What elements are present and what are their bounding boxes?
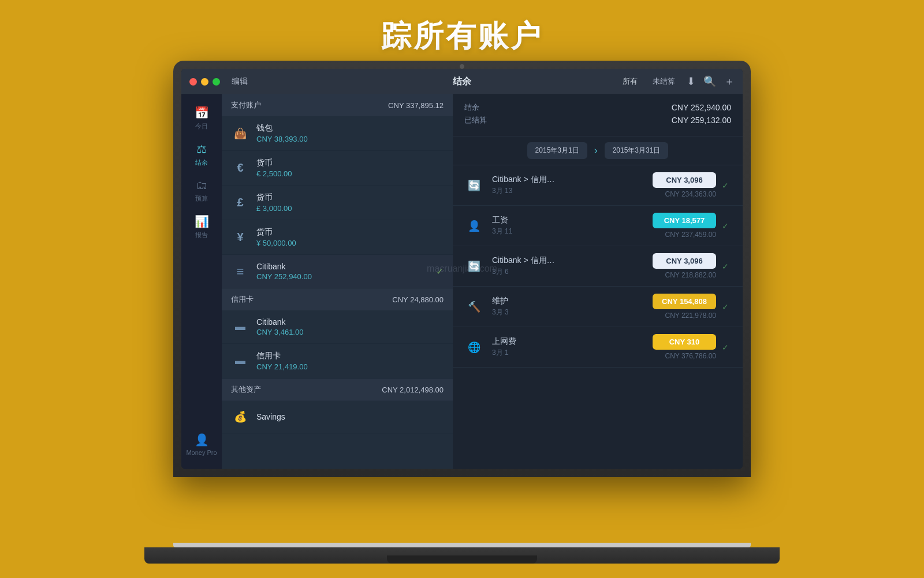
maximize-button[interactable] xyxy=(213,78,220,86)
tx-status-2: ✓ xyxy=(720,261,731,272)
close-button[interactable] xyxy=(189,78,197,86)
balance-row-2: 已结算 CNY 259,132.00 xyxy=(464,115,731,125)
tx-info-1: 工资 3月 11 xyxy=(492,215,653,236)
account-currency-jpy[interactable]: ¥ 货币 ¥ 50,000.00 xyxy=(222,220,453,255)
tx-name-4: 上网费 xyxy=(492,336,653,347)
date-end-button[interactable]: 2015年3月31日 xyxy=(605,142,669,159)
accounts-panel: 支付账户 CNY 337,895.12 👜 钱包 CNY 38,393.00 € xyxy=(222,94,453,469)
laptop-base xyxy=(144,547,780,564)
tx-amount-4[interactable]: CNY 310 xyxy=(653,334,716,350)
account-eur-balance: € 2,500.00 xyxy=(256,169,444,178)
sidebar-item-report[interactable]: 📊 报告 xyxy=(181,209,222,245)
tx-amount-0[interactable]: CNY 3,096 xyxy=(653,172,716,188)
account-savings[interactable]: 💰 Savings xyxy=(222,401,453,433)
wallet-icon: 👜 xyxy=(231,124,249,143)
tx-balance-2: CNY 218,882.00 xyxy=(665,271,716,279)
tx-balance-3: CNY 221,978.00 xyxy=(665,312,716,320)
add-icon[interactable]: ＋ xyxy=(724,75,735,88)
account-gbp-name: 货币 xyxy=(256,192,444,203)
account-jpy-name: 货币 xyxy=(256,227,444,238)
title-right-controls: 所有 未结算 ⬇ 🔍 ＋ xyxy=(619,75,735,88)
sidebar-item-profile[interactable]: 👤 Money Pro xyxy=(181,427,222,462)
account-wallet-info: 钱包 CNY 38,393.00 xyxy=(256,123,444,143)
account-citibank-credit-name: Citibank xyxy=(256,317,444,327)
page-title: 踪所有账户 xyxy=(0,0,924,57)
account-jpy-balance: ¥ 50,000.00 xyxy=(256,239,444,247)
sidebar-item-today[interactable]: 📅 今日 xyxy=(181,100,222,136)
tx-date-0: 3月 13 xyxy=(492,186,653,196)
download-icon[interactable]: ⬇ xyxy=(687,75,695,88)
transfer-icon-0: 🔄 xyxy=(464,176,484,195)
account-credit-card[interactable]: ▬ 信用卡 CNY 21,419.00 xyxy=(222,344,453,379)
account-citibank[interactable]: ≡ Citibank CNY 252,940.00 ✓ xyxy=(222,255,453,288)
transaction-1[interactable]: 👤 工资 3月 11 CNY 18,577 CNY 237,459.00 ✓ xyxy=(453,206,743,246)
maintenance-icon-3: 🔨 xyxy=(464,297,484,317)
account-currency-gbp[interactable]: £ 货币 £ 3,000.00 xyxy=(222,186,453,220)
bank-icon: ≡ xyxy=(231,262,249,281)
report-icon: 📊 xyxy=(195,214,209,228)
sidebar-item-balance[interactable]: ⚖ 结余 xyxy=(181,136,222,173)
main-area: 支付账户 CNY 337,895.12 👜 钱包 CNY 38,393.00 € xyxy=(222,94,743,469)
account-eur-info: 货币 € 2,500.00 xyxy=(256,158,444,178)
tx-status-3: ✓ xyxy=(720,301,731,313)
transaction-2[interactable]: 🔄 Citibank > 信用… 3月 6 CNY 3,096 CNY 218,… xyxy=(453,246,743,287)
balance-summary: 结余 CNY 252,940.00 已结算 CNY 259,132.00 xyxy=(453,94,743,136)
account-citibank-credit-info: Citibank CNY 3,461.00 xyxy=(256,317,444,336)
tx-date-2: 3月 6 xyxy=(492,267,653,277)
edit-label[interactable]: 编辑 xyxy=(232,76,248,87)
payment-section-total: CNY 337,895.12 xyxy=(388,101,444,110)
tx-balance-1: CNY 237,459.00 xyxy=(665,231,716,239)
account-citibank-name: Citibank xyxy=(256,262,436,271)
gbp-icon: £ xyxy=(231,194,249,212)
credit-card-icon-2: ▬ xyxy=(231,352,249,370)
transaction-4[interactable]: 🌐 上网费 3月 1 CNY 310 CNY 376,786.00 ✓ xyxy=(453,327,743,368)
tx-name-0: Citibank > 信用… xyxy=(492,175,653,185)
account-eur-name: 货币 xyxy=(256,158,444,168)
budget-icon: 🗂 xyxy=(196,179,207,192)
salary-icon-1: 👤 xyxy=(464,216,484,236)
sidebar: 📅 今日 ⚖ 结余 🗂 预算 📊 报告 xyxy=(181,94,222,469)
credit-card-icon-1: ▬ xyxy=(231,318,249,336)
tx-info-4: 上网费 3月 1 xyxy=(492,336,653,358)
date-arrow-icon: › xyxy=(594,144,598,157)
jpy-icon: ¥ xyxy=(231,228,249,247)
filter-uncleared-button[interactable]: 未结算 xyxy=(649,75,679,88)
account-citibank-balance: CNY 252,940.00 xyxy=(256,272,436,281)
transfer-icon-2: 🔄 xyxy=(464,257,484,276)
sidebar-today-label: 今日 xyxy=(195,122,208,131)
sidebar-profile-label: Money Pro xyxy=(186,449,217,456)
tx-date-3: 3月 3 xyxy=(492,307,653,317)
title-center-label: 结余 xyxy=(453,76,471,88)
tx-right-3: CNY 154,808 CNY 221,978.00 xyxy=(653,294,716,320)
transaction-3[interactable]: 🔨 维护 3月 3 CNY 154,808 CNY 221,978.00 ✓ xyxy=(453,287,743,327)
date-start-button[interactable]: 2015年3月1日 xyxy=(527,142,587,159)
minimize-button[interactable] xyxy=(201,78,208,86)
date-range: 2015年3月1日 › 2015年3月31日 xyxy=(453,136,743,165)
tx-status-4: ✓ xyxy=(720,342,731,353)
balance-icon: ⚖ xyxy=(196,142,207,156)
cleared-value: CNY 259,132.00 xyxy=(672,116,731,125)
tx-amount-3[interactable]: CNY 154,808 xyxy=(653,294,716,309)
sidebar-item-budget[interactable]: 🗂 预算 xyxy=(181,173,222,209)
euro-icon: € xyxy=(231,159,249,177)
balance-label: 结余 xyxy=(464,102,479,113)
credit-section-header: 信用卡 CNY 24,880.00 xyxy=(222,288,453,310)
camera xyxy=(460,64,464,69)
tx-info-3: 维护 3月 3 xyxy=(492,296,653,317)
other-section-title: 其他资产 xyxy=(231,384,261,395)
search-icon[interactable]: 🔍 xyxy=(703,75,716,88)
tx-balance-4: CNY 376,786.00 xyxy=(665,352,716,360)
filter-all-button[interactable]: 所有 xyxy=(619,75,641,88)
screen: 编辑 结余 所有 未结算 ⬇ 🔍 ＋ 📅 今日 xyxy=(181,69,743,469)
savings-icon: 💰 xyxy=(231,407,249,426)
laptop-bottom-bar xyxy=(173,543,751,547)
tx-amount-2[interactable]: CNY 3,096 xyxy=(653,253,716,269)
laptop-body: 编辑 结余 所有 未结算 ⬇ 🔍 ＋ 📅 今日 xyxy=(173,61,751,477)
account-currency-eur[interactable]: € 货币 € 2,500.00 xyxy=(222,151,453,186)
tx-amount-1[interactable]: CNY 18,577 xyxy=(653,213,716,228)
sidebar-balance-label: 结余 xyxy=(195,158,208,167)
transaction-0[interactable]: 🔄 Citibank > 信用… 3月 13 CNY 3,096 CNY 234… xyxy=(453,165,743,206)
account-wallet[interactable]: 👜 钱包 CNY 38,393.00 xyxy=(222,116,453,151)
check-icon: ✓ xyxy=(436,266,444,277)
account-citibank-credit[interactable]: ▬ Citibank CNY 3,461.00 xyxy=(222,310,453,344)
